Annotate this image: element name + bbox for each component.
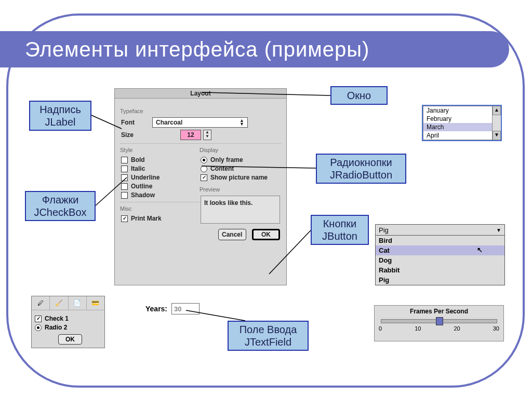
font-combobox[interactable]: Charcoal ▲▼ — [152, 117, 248, 128]
callout-text: JCheckBox — [34, 206, 86, 218]
palette-tool-3[interactable]: 📄 — [69, 296, 87, 310]
callout-text: JTextField — [245, 336, 291, 348]
callout-text: Окно — [347, 89, 371, 102]
slide-title-bar: Элементы интерфейса (примеры) — [0, 31, 509, 67]
slider-ticks: 0 10 20 30 — [379, 325, 499, 332]
callout-text: Флажки — [42, 194, 79, 206]
callout-jlabel: Надпись JLabel — [29, 101, 91, 131]
list-item-selected[interactable]: March — [423, 123, 492, 131]
palette-tool-4[interactable]: 💳 — [87, 296, 104, 310]
window-titlebar[interactable]: Layout — [115, 89, 286, 99]
preview-box: It looks like this. — [201, 196, 280, 224]
updown-icon: ▲▼ — [240, 119, 244, 126]
font-value: Charcoal — [156, 119, 182, 126]
callout-jtextfield: Поле Ввода JTextField — [228, 321, 309, 351]
callout-text: Кнопки — [323, 217, 357, 230]
years-label: Years: — [145, 305, 167, 313]
check-bold[interactable]: Bold — [121, 156, 201, 163]
group-style: Style — [120, 147, 201, 153]
chevron-down-icon: ▼ — [496, 227, 501, 233]
callout-text: JRadioButton — [330, 169, 392, 181]
label-size: Size — [121, 131, 152, 139]
cancel-button[interactable]: Cancel — [218, 229, 246, 240]
size-stepper[interactable]: ▲▼ — [203, 130, 211, 140]
group-preview: Preview — [200, 186, 280, 193]
list-item[interactable]: Rabbit — [376, 265, 504, 275]
callout-text: Поле Ввода — [240, 323, 297, 336]
palette-tool-2[interactable]: 🧹 — [50, 296, 68, 310]
callout-text: JButton — [322, 230, 357, 242]
divider — [120, 143, 281, 144]
tool-palette: 🖊 🧹 📄 💳 ✓Check 1 Radio 2 OK — [31, 296, 105, 348]
list-item-selected[interactable]: Cat ↖ — [376, 245, 504, 255]
callout-text: Надпись — [39, 103, 81, 116]
years-field-group: Years: 30 — [145, 303, 200, 314]
years-input[interactable]: 30 — [171, 303, 200, 314]
palette-tool-1[interactable]: 🖊 — [32, 296, 50, 310]
combobox-list: Bird Cat ↖ Dog Rabbit Pig — [375, 236, 505, 285]
size-field[interactable]: 12 — [180, 130, 201, 140]
check-outline[interactable]: Outline — [121, 183, 201, 190]
palette-check1[interactable]: ✓Check 1 — [35, 315, 101, 322]
combobox-closed[interactable]: Pig ▼ — [375, 224, 505, 236]
label-font: Font — [121, 119, 152, 126]
divider — [120, 202, 202, 202]
check-icon: ✓ — [201, 174, 207, 181]
combobox-value: Pig — [379, 226, 389, 234]
radio-onlyframe[interactable]: Only frame — [201, 156, 280, 163]
list-item[interactable]: Bird — [376, 236, 504, 245]
slider-title: Frames Per Second — [379, 308, 499, 315]
callout-text: Радиокнопки — [330, 156, 392, 169]
layout-window: Layout Typeface Font Charcoal ▲▼ Size 12… — [114, 88, 287, 285]
callout-jradiobutton: Радиокнопки JRadioButton — [316, 154, 406, 184]
check-showpic[interactable]: ✓Show picture name — [201, 174, 280, 181]
list-item[interactable]: Dog — [376, 255, 504, 265]
months-listbox[interactable]: January February March April ▲ ▼ — [422, 105, 502, 141]
palette-radio2[interactable]: Radio 2 — [35, 324, 101, 331]
callout-jcheckbox: Флажки JCheckBox — [25, 191, 96, 221]
radio-content[interactable]: Content — [201, 165, 280, 172]
list-item[interactable]: Pig — [376, 275, 504, 285]
slide-title: Элементы интерфейса (примеры) — [25, 38, 369, 61]
check-shadow[interactable]: Shadow — [121, 191, 201, 199]
slider-track[interactable] — [381, 319, 497, 323]
ok-button[interactable]: OK — [252, 229, 280, 240]
check-printmark[interactable]: ✓Print Mark — [121, 215, 201, 222]
palette-toolbar: 🖊 🧹 📄 💳 — [32, 296, 104, 310]
callout-jbutton: Кнопки JButton — [311, 215, 369, 245]
window-body: Typeface Font Charcoal ▲▼ Size 12 ▲▼ Sty… — [115, 99, 286, 244]
animals-combobox[interactable]: Pig ▼ Bird Cat ↖ Dog Rabbit Pig — [375, 224, 505, 285]
list-item[interactable]: January — [423, 106, 492, 115]
check-underline[interactable]: Underline — [121, 174, 201, 181]
fps-slider: Frames Per Second 0 10 20 30 — [374, 305, 504, 341]
callout-text: JLabel — [45, 116, 76, 128]
check-icon: ✓ — [35, 315, 42, 322]
check-italic[interactable]: Italic — [121, 165, 201, 172]
scroll-down-icon[interactable]: ▼ — [493, 131, 501, 140]
list-item[interactable]: April — [423, 131, 492, 140]
slider-knob[interactable] — [436, 317, 443, 325]
check-icon: ✓ — [121, 215, 128, 222]
scrollbar[interactable]: ▲ ▼ — [492, 106, 501, 140]
cursor-icon: ↖ — [477, 246, 483, 254]
group-typeface: Typeface — [120, 108, 280, 114]
group-misc: Misc — [120, 205, 201, 212]
palette-ok-button[interactable]: OK — [58, 334, 82, 345]
callout-window: Окно — [330, 86, 388, 105]
list-item[interactable]: February — [423, 115, 492, 123]
scroll-up-icon[interactable]: ▲ — [493, 106, 501, 115]
group-display: Display — [200, 147, 280, 153]
